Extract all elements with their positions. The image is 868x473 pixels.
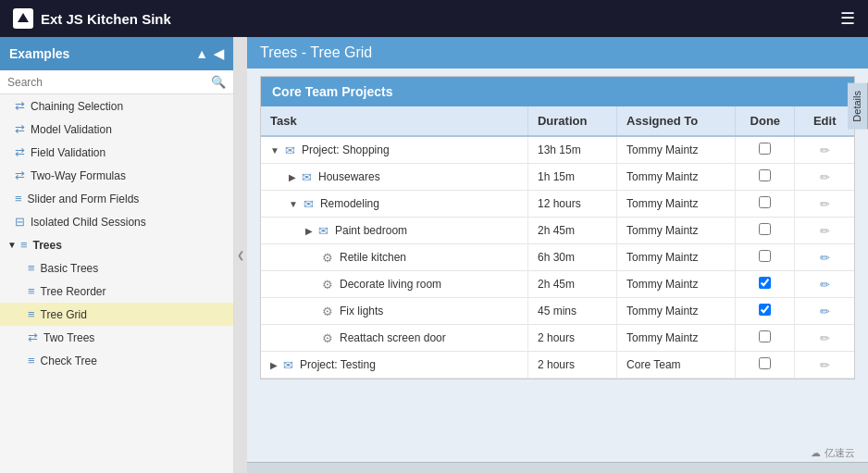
edit-icon[interactable]: ✏ — [820, 170, 830, 184]
app-title: Ext JS Kitchen Sink — [41, 11, 171, 27]
edit-icon[interactable]: ✏ — [820, 305, 830, 318]
col-edit: Edit — [795, 106, 854, 136]
done-checkbox[interactable] — [759, 357, 771, 369]
task-label: Project: Testing — [300, 358, 376, 371]
sidebar-item-two-way-formulas[interactable]: ⇄ Two-Way Formulas — [0, 164, 233, 187]
col-task: Task — [261, 106, 527, 136]
edit-icon[interactable]: ✏ — [820, 251, 830, 265]
details-tab[interactable]: Details — [848, 83, 868, 130]
expand-arrow-icon[interactable]: ▶ — [289, 172, 296, 182]
trees-section-icon: ≡ — [20, 238, 28, 252]
expand-arrow-icon[interactable]: ▶ — [270, 360, 278, 370]
duration-cell: 12 hours — [527, 191, 616, 218]
done-checkbox[interactable] — [759, 304, 771, 316]
task-cell: ▶✉Housewares — [289, 170, 518, 184]
expand-arrow-icon[interactable]: ▶ — [305, 226, 313, 236]
task-label: Project: Shopping — [302, 143, 390, 156]
expand-arrow-icon[interactable]: ▼ — [270, 145, 279, 156]
two-way-formulas-icon: ⇄ — [15, 168, 25, 182]
top-navigation: Ext JS Kitchen Sink ☰ — [0, 0, 868, 37]
edit-cell: ✏ — [795, 271, 854, 298]
done-cell — [736, 136, 795, 164]
search-icon[interactable]: 🔍 — [211, 75, 226, 89]
col-done: Done — [736, 106, 795, 136]
done-checkbox[interactable] — [759, 223, 771, 235]
gear-icon: ⚙ — [322, 278, 333, 292]
done-cell — [736, 271, 795, 298]
edit-icon[interactable]: ✏ — [820, 358, 830, 372]
isolated-child-sessions-icon: ⊟ — [15, 215, 25, 229]
task-cell: ⚙Decorate living room — [305, 278, 518, 292]
duration-cell: 2 hours — [527, 352, 616, 379]
done-cell — [736, 244, 795, 271]
tree-grid-title: Core Team Projects — [261, 77, 854, 106]
done-checkbox[interactable] — [759, 196, 771, 208]
sidebar-up-icon[interactable]: ▲ — [195, 46, 208, 61]
task-cell: ▶✉Project: Testing — [270, 358, 518, 372]
done-checkbox[interactable] — [759, 169, 771, 181]
col-duration: Duration — [527, 106, 616, 136]
sidebar-item-basic-trees[interactable]: ≡ Basic Trees — [0, 256, 233, 280]
sidebar-item-slider-form-fields[interactable]: ≡ Slider and Form Fields — [0, 187, 233, 210]
main-body: Examples ▲ ◀ 🔍 ⇄ Chaining Selection ⇄ Mo… — [0, 37, 868, 473]
edit-icon[interactable]: ✏ — [820, 224, 830, 238]
edit-cell: ✏ — [795, 136, 854, 164]
assigned-to-cell: Tommy Maintz — [617, 136, 736, 164]
sidebar-item-chaining-selection[interactable]: ⇄ Chaining Selection — [0, 94, 233, 118]
task-label: Decorate living room — [340, 278, 441, 291]
done-cell — [736, 191, 795, 218]
sidebar-collapse-handle[interactable]: ❮ — [234, 37, 247, 473]
sidebar-item-two-trees[interactable]: ⇄ Two Trees — [0, 326, 233, 349]
sidebar-collapse-icon[interactable]: ◀ — [214, 46, 224, 61]
edit-icon[interactable]: ✏ — [820, 331, 830, 345]
task-cell: ⚙Retile kitchen — [305, 251, 518, 265]
sidebar-item-check-tree[interactable]: ≡ Check Tree — [0, 349, 233, 372]
gear-icon: ⚙ — [322, 251, 333, 265]
envelope-icon: ✉ — [302, 170, 312, 184]
edit-icon[interactable]: ✏ — [820, 278, 830, 292]
watermark: ☁ 亿速云 — [811, 446, 855, 460]
duration-cell: 2h 45m — [527, 271, 616, 298]
table-row: ⚙Reattach screen door2 hoursTommy Maintz… — [261, 325, 854, 352]
done-checkbox[interactable] — [759, 143, 771, 155]
done-checkbox[interactable] — [759, 250, 771, 262]
search-input[interactable] — [7, 76, 211, 89]
sidebar-header: Examples ▲ ◀ — [0, 37, 233, 70]
sidebar-search-bar: 🔍 — [0, 70, 233, 94]
done-cell — [736, 352, 795, 379]
task-label: Housewares — [318, 170, 380, 183]
envelope-icon: ✉ — [304, 197, 314, 211]
done-checkbox[interactable] — [759, 330, 771, 342]
table-row: ▼✉Project: Shopping13h 15mTommy Maintz✏ — [261, 136, 854, 164]
edit-icon[interactable]: ✏ — [820, 143, 830, 157]
sidebar-item-isolated-child-sessions[interactable]: ⊟ Isolated Child Sessions — [0, 210, 233, 233]
assigned-to-cell: Tommy Maintz — [617, 244, 736, 271]
sidebar-item-label: Model Validation — [31, 123, 112, 136]
sidebar-item-label: Isolated Child Sessions — [31, 216, 146, 229]
sidebar-item-label: Tree Grid — [41, 308, 87, 321]
done-checkbox[interactable] — [759, 277, 771, 289]
basic-trees-icon: ≡ — [28, 261, 35, 275]
sidebar-section-trees[interactable]: ▼ ≡ Trees — [0, 233, 233, 256]
tree-grid-icon: ≡ — [28, 307, 35, 321]
app-logo — [13, 8, 33, 29]
sidebar-item-label: Basic Trees — [41, 262, 99, 275]
sidebar-item-field-validation[interactable]: ⇄ Field Validation — [0, 141, 233, 164]
expand-arrow-icon[interactable]: ▼ — [289, 199, 298, 209]
done-cell — [736, 218, 795, 244]
sidebar-item-tree-reorder[interactable]: ≡ Tree Reorder — [0, 280, 233, 303]
edit-cell: ✏ — [795, 164, 854, 191]
edit-cell: ✏ — [795, 325, 854, 352]
col-assigned-to: Assigned To — [617, 106, 736, 136]
hamburger-menu[interactable]: ☰ — [840, 8, 855, 29]
sidebar-item-model-validation[interactable]: ⇄ Model Validation — [0, 118, 233, 141]
content-area: Trees - Tree Grid Details Core Team Proj… — [247, 37, 868, 473]
duration-cell: 45 mins — [527, 298, 616, 325]
sidebar-item-tree-grid[interactable]: ≡ Tree Grid — [0, 303, 233, 326]
sidebar-navigation: ⇄ Chaining Selection ⇄ Model Validation … — [0, 94, 233, 473]
horizontal-scrollbar[interactable] — [247, 462, 868, 473]
assigned-to-cell: Tommy Maintz — [617, 298, 736, 325]
sidebar-item-label: Tree Reorder — [41, 285, 106, 298]
edit-icon[interactable]: ✏ — [820, 197, 830, 211]
tree-grid: Core Team Projects Task Duration Assigne… — [260, 76, 855, 380]
